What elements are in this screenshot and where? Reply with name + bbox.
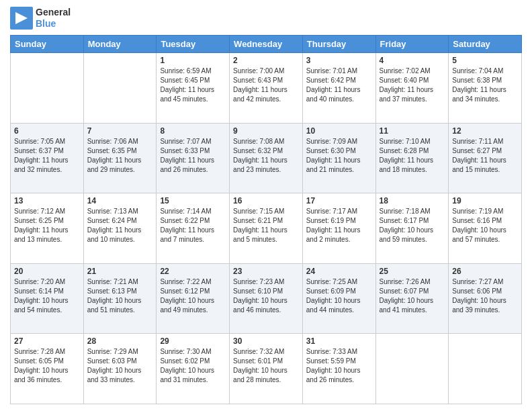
day-number: 16 (233, 196, 299, 205)
calendar-cell (11, 53, 84, 124)
calendar-table: SundayMondayTuesdayWednesdayThursdayFrid… (10, 35, 522, 404)
calendar-cell: 21Sunrise: 7:21 AMSunset: 6:13 PMDayligh… (83, 263, 157, 334)
day-info: Sunrise: 7:26 AMSunset: 6:07 PMDaylight:… (380, 277, 445, 315)
calendar-cell: 13Sunrise: 7:12 AMSunset: 6:25 PMDayligh… (11, 193, 84, 264)
day-number: 18 (380, 196, 445, 205)
calendar-cell: 15Sunrise: 7:14 AMSunset: 6:22 PMDayligh… (157, 193, 230, 264)
logo: GeneralBlue (10, 7, 71, 30)
weekday-header-wednesday: Wednesday (230, 36, 303, 53)
calendar-cell (83, 53, 157, 124)
day-info: Sunrise: 7:15 AMSunset: 6:21 PMDaylight:… (233, 207, 299, 244)
day-info: Sunrise: 7:12 AMSunset: 6:25 PMDaylight:… (14, 207, 80, 244)
day-info: Sunrise: 7:18 AMSunset: 6:17 PMDaylight:… (380, 207, 445, 244)
calendar-cell: 16Sunrise: 7:15 AMSunset: 6:21 PMDayligh… (230, 193, 303, 264)
calendar-cell: 29Sunrise: 7:30 AMSunset: 6:02 PMDayligh… (157, 334, 230, 404)
day-info: Sunrise: 7:19 AMSunset: 6:16 PMDaylight:… (452, 207, 518, 244)
weekday-header-thursday: Thursday (302, 36, 375, 53)
calendar-cell: 28Sunrise: 7:29 AMSunset: 6:03 PMDayligh… (83, 334, 157, 404)
calendar-cell: 7Sunrise: 7:06 AMSunset: 6:35 PMDaylight… (83, 123, 157, 193)
calendar-cell: 23Sunrise: 7:23 AMSunset: 6:10 PMDayligh… (230, 263, 303, 334)
day-info: Sunrise: 7:02 AMSunset: 6:40 PMDaylight:… (380, 66, 445, 104)
weekday-header-tuesday: Tuesday (157, 36, 230, 53)
day-info: Sunrise: 7:25 AMSunset: 6:09 PMDaylight:… (306, 277, 372, 315)
day-number: 22 (160, 267, 226, 276)
day-info: Sunrise: 7:11 AMSunset: 6:27 PMDaylight:… (452, 137, 518, 175)
day-info: Sunrise: 6:59 AMSunset: 6:45 PMDaylight:… (160, 66, 226, 104)
logo-blue: Blue (36, 18, 71, 30)
calendar-cell: 17Sunrise: 7:17 AMSunset: 6:19 PMDayligh… (302, 193, 375, 264)
calendar-cell: 24Sunrise: 7:25 AMSunset: 6:09 PMDayligh… (302, 263, 375, 334)
day-number: 26 (452, 267, 518, 276)
calendar-cell: 14Sunrise: 7:13 AMSunset: 6:24 PMDayligh… (83, 193, 157, 264)
page: GeneralBlue SundayMondayTuesdayWednesday… (0, 0, 532, 411)
day-number: 25 (380, 267, 445, 276)
day-info: Sunrise: 7:22 AMSunset: 6:12 PMDaylight:… (160, 277, 226, 315)
calendar-cell (449, 334, 522, 404)
day-info: Sunrise: 7:10 AMSunset: 6:28 PMDaylight:… (380, 137, 445, 175)
day-number: 29 (160, 336, 226, 346)
day-number: 30 (233, 336, 299, 346)
calendar-cell: 3Sunrise: 7:01 AMSunset: 6:42 PMDaylight… (302, 53, 375, 124)
day-info: Sunrise: 7:21 AMSunset: 6:13 PMDaylight:… (87, 277, 153, 315)
calendar-cell: 31Sunrise: 7:33 AMSunset: 5:59 PMDayligh… (302, 334, 375, 404)
calendar-cell: 11Sunrise: 7:10 AMSunset: 6:28 PMDayligh… (375, 123, 449, 193)
calendar-cell: 8Sunrise: 7:07 AMSunset: 6:33 PMDaylight… (157, 123, 230, 193)
day-info: Sunrise: 7:09 AMSunset: 6:30 PMDaylight:… (306, 137, 372, 175)
day-number: 9 (233, 126, 299, 136)
weekday-header-saturday: Saturday (449, 36, 522, 53)
calendar-cell: 12Sunrise: 7:11 AMSunset: 6:27 PMDayligh… (449, 123, 522, 193)
calendar-week-4: 20Sunrise: 7:20 AMSunset: 6:14 PMDayligh… (11, 263, 522, 334)
calendar-week-1: 1Sunrise: 6:59 AMSunset: 6:45 PMDaylight… (11, 53, 522, 124)
weekday-header-sunday: Sunday (11, 36, 84, 53)
day-info: Sunrise: 7:14 AMSunset: 6:22 PMDaylight:… (160, 207, 226, 244)
calendar-cell: 19Sunrise: 7:19 AMSunset: 6:16 PMDayligh… (449, 193, 522, 264)
day-number: 15 (160, 196, 226, 205)
day-number: 27 (14, 336, 80, 346)
day-info: Sunrise: 7:01 AMSunset: 6:42 PMDaylight:… (306, 66, 372, 104)
calendar-cell: 30Sunrise: 7:32 AMSunset: 6:01 PMDayligh… (230, 334, 303, 404)
day-info: Sunrise: 7:32 AMSunset: 6:01 PMDaylight:… (233, 347, 299, 385)
weekday-header-friday: Friday (375, 36, 449, 53)
calendar-cell: 26Sunrise: 7:27 AMSunset: 6:06 PMDayligh… (449, 263, 522, 334)
calendar-cell (375, 334, 449, 404)
calendar-cell: 22Sunrise: 7:22 AMSunset: 6:12 PMDayligh… (157, 263, 230, 334)
header: GeneralBlue (10, 7, 522, 30)
day-info: Sunrise: 7:13 AMSunset: 6:24 PMDaylight:… (87, 207, 153, 244)
day-info: Sunrise: 7:08 AMSunset: 6:32 PMDaylight:… (233, 137, 299, 175)
calendar-week-5: 27Sunrise: 7:28 AMSunset: 6:05 PMDayligh… (11, 334, 522, 404)
day-info: Sunrise: 7:17 AMSunset: 6:19 PMDaylight:… (306, 207, 372, 244)
calendar-cell: 18Sunrise: 7:18 AMSunset: 6:17 PMDayligh… (375, 193, 449, 264)
calendar-week-2: 6Sunrise: 7:05 AMSunset: 6:37 PMDaylight… (11, 123, 522, 193)
day-number: 17 (306, 196, 372, 205)
calendar-header-row: SundayMondayTuesdayWednesdayThursdayFrid… (11, 36, 522, 53)
day-info: Sunrise: 7:00 AMSunset: 6:43 PMDaylight:… (233, 66, 299, 104)
day-number: 1 (160, 56, 226, 65)
calendar-week-3: 13Sunrise: 7:12 AMSunset: 6:25 PMDayligh… (11, 193, 522, 264)
calendar-cell: 9Sunrise: 7:08 AMSunset: 6:32 PMDaylight… (230, 123, 303, 193)
calendar-cell: 27Sunrise: 7:28 AMSunset: 6:05 PMDayligh… (11, 334, 84, 404)
day-number: 4 (380, 56, 445, 65)
day-number: 24 (306, 267, 372, 276)
day-number: 7 (87, 126, 153, 136)
calendar-cell: 10Sunrise: 7:09 AMSunset: 6:30 PMDayligh… (302, 123, 375, 193)
logo-svg-icon (10, 7, 33, 30)
day-number: 5 (452, 56, 518, 65)
logo-general: General (36, 7, 71, 18)
day-info: Sunrise: 7:20 AMSunset: 6:14 PMDaylight:… (14, 277, 80, 315)
day-number: 11 (380, 126, 445, 136)
day-number: 12 (452, 126, 518, 136)
calendar-cell: 5Sunrise: 7:04 AMSunset: 6:38 PMDaylight… (449, 53, 522, 124)
calendar-cell: 1Sunrise: 6:59 AMSunset: 6:45 PMDaylight… (157, 53, 230, 124)
day-number: 13 (14, 196, 80, 205)
day-number: 28 (87, 336, 153, 346)
day-number: 8 (160, 126, 226, 136)
day-number: 3 (306, 56, 372, 65)
day-info: Sunrise: 7:06 AMSunset: 6:35 PMDaylight:… (87, 137, 153, 175)
day-info: Sunrise: 7:07 AMSunset: 6:33 PMDaylight:… (160, 137, 226, 175)
weekday-header-monday: Monday (83, 36, 157, 53)
day-info: Sunrise: 7:27 AMSunset: 6:06 PMDaylight:… (452, 277, 518, 315)
calendar-cell: 4Sunrise: 7:02 AMSunset: 6:40 PMDaylight… (375, 53, 449, 124)
day-number: 19 (452, 196, 518, 205)
day-number: 31 (306, 336, 372, 346)
calendar-cell: 6Sunrise: 7:05 AMSunset: 6:37 PMDaylight… (11, 123, 84, 193)
